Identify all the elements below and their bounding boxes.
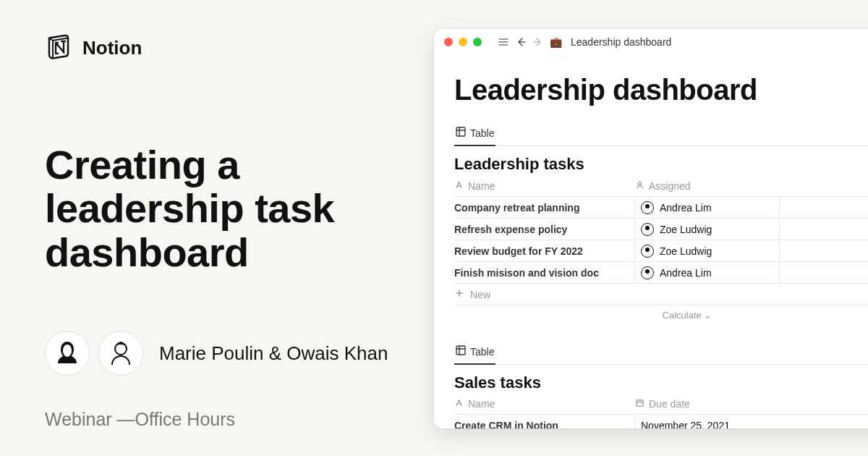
- table-row[interactable]: Refresh expense policy Zoe Ludwig: [454, 219, 868, 240]
- tab-table[interactable]: Table: [454, 341, 495, 365]
- assignee: Zoe Ludwig: [660, 245, 712, 257]
- section-heading: Leadership tasks: [454, 155, 868, 174]
- section-heading: Sales tasks: [454, 373, 868, 392]
- new-row-button[interactable]: New: [454, 284, 868, 305]
- breadcrumb[interactable]: Leadership dashboard: [571, 36, 671, 48]
- avatar: [98, 331, 143, 376]
- presenters: Marie Poulin & Owais Khan: [45, 331, 407, 376]
- column-name-header[interactable]: Name: [454, 180, 635, 192]
- brand-row: Notion: [45, 32, 407, 64]
- text-property-icon: [454, 180, 464, 192]
- due-date: November 25, 2021: [635, 420, 780, 429]
- traffic-light-minimize[interactable]: [459, 38, 467, 46]
- tab-table[interactable]: Table: [454, 122, 495, 146]
- view-tabs: Table: [454, 122, 868, 146]
- column-headers: Name Assigned •••: [454, 180, 868, 197]
- app-window: 💼 Leadership dashboard Leadership dashbo…: [434, 29, 868, 428]
- task-name[interactable]: Review budget for FY 2022: [454, 240, 635, 261]
- task-name[interactable]: Create CRM in Notion: [454, 415, 635, 428]
- assignee: Andrea Lim: [660, 267, 712, 279]
- breadcrumb-icon: 💼: [550, 36, 562, 48]
- avatar-icon: [641, 201, 654, 214]
- table-row[interactable]: Create CRM in Notion November 25, 2021: [454, 415, 868, 428]
- table-row[interactable]: Finish misison and vision doc Andrea Lim: [454, 262, 868, 284]
- task-name[interactable]: Finish misison and vision doc: [454, 262, 635, 283]
- person-property-icon: [635, 180, 644, 192]
- svg-rect-4: [637, 400, 643, 406]
- calendar-icon: [635, 398, 644, 410]
- hamburger-icon[interactable]: [498, 36, 509, 48]
- plus-icon: [454, 288, 464, 300]
- chevron-down-icon: ⌄: [704, 310, 712, 321]
- tab-label: Table: [470, 127, 494, 139]
- column-assigned-header[interactable]: Assigned: [635, 180, 780, 192]
- svg-point-2: [638, 182, 641, 185]
- svg-rect-3: [456, 346, 465, 355]
- column-name-header[interactable]: Name: [454, 398, 635, 410]
- text-property-icon: [454, 398, 464, 410]
- svg-rect-1: [456, 127, 465, 136]
- table-icon: [456, 345, 466, 358]
- notion-logo-icon: [45, 32, 74, 64]
- column-headers: Name Due date: [454, 398, 868, 415]
- brand-name: Notion: [82, 37, 142, 59]
- avatar-icon: [641, 266, 654, 279]
- avatar: [45, 331, 90, 376]
- table-row[interactable]: Review budget for FY 2022 Zoe Ludwig: [454, 240, 868, 262]
- traffic-light-zoom[interactable]: [473, 38, 482, 46]
- assignee: Andrea Lim: [660, 202, 712, 214]
- table-row[interactable]: Company retreat planning Andrea Lim: [454, 197, 868, 219]
- avatar-icon: [641, 245, 654, 258]
- back-icon[interactable]: [515, 36, 527, 48]
- page-headline: Creating a leadership task dashboard: [45, 143, 407, 274]
- presenter-names: Marie Poulin & Owais Khan: [159, 342, 388, 365]
- traffic-light-close[interactable]: [444, 38, 453, 46]
- view-tabs: Table: [454, 341, 868, 365]
- tab-label: Table: [470, 346, 494, 358]
- subtitle: Webinar —Office Hours: [45, 409, 235, 430]
- window-titlebar: 💼 Leadership dashboard: [434, 29, 868, 55]
- assignee: Zoe Ludwig: [660, 224, 712, 235]
- column-due-header[interactable]: Due date: [635, 398, 780, 410]
- task-name[interactable]: Company retreat planning: [454, 197, 635, 218]
- task-name[interactable]: Refresh expense policy: [454, 219, 635, 240]
- page-title: Leadership dashboard: [454, 74, 868, 106]
- forward-icon[interactable]: [532, 36, 544, 48]
- avatar-icon: [641, 223, 654, 236]
- calculate-button[interactable]: Calculate ⌄: [454, 305, 868, 325]
- table-icon: [456, 127, 466, 139]
